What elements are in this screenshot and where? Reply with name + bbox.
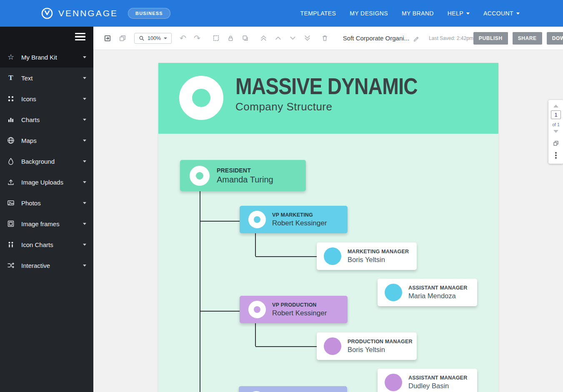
nav-templates[interactable]: TEMPLATES xyxy=(300,10,336,17)
sidebar-item-background[interactable]: Background xyxy=(0,151,93,172)
sidebar-item-image-uploads[interactable]: Image Uploads xyxy=(0,172,93,192)
org-card-marketing-manager[interactable]: MARKETING MANAGER Boris Yeltsin xyxy=(317,242,417,270)
org-card-assistant-manager-1[interactable]: ASSISTANT MANAGER Maria Mendoza xyxy=(378,279,477,306)
page-number-input[interactable]: 1 xyxy=(551,110,561,119)
chevron-down-icon xyxy=(83,202,86,204)
nav-account-label: ACCOUNT xyxy=(483,10,513,17)
more-options-icon[interactable] xyxy=(555,152,557,159)
business-badge[interactable]: BUSINESS xyxy=(128,8,170,19)
layers-icon[interactable] xyxy=(117,33,128,44)
droplet-icon xyxy=(5,157,16,165)
design-subtitle[interactable]: Company Structure xyxy=(235,100,450,113)
connector-line xyxy=(255,346,317,347)
role-label: MARKETING MANAGER xyxy=(348,249,409,255)
role-label: PRODUCTION MANAGER xyxy=(348,339,413,345)
bring-to-front-icon[interactable] xyxy=(258,33,269,43)
person-name: Robert Kessinger xyxy=(272,219,327,227)
pictogram-icon xyxy=(5,241,16,248)
magnifier-icon xyxy=(139,35,145,41)
duplicate-page-icon[interactable] xyxy=(553,140,559,147)
previous-page-icon[interactable] xyxy=(553,105,558,107)
sidebar-header xyxy=(0,27,93,47)
caret-down-icon xyxy=(466,12,470,15)
nav-my-brand[interactable]: MY BRAND xyxy=(402,10,434,17)
sidebar-item-icon-charts[interactable]: Icon Charts xyxy=(0,234,93,255)
menu-icon[interactable] xyxy=(75,33,85,41)
org-chart-body[interactable]: PRESIDENT Amanda Turing VP MARKETING Rob… xyxy=(158,134,498,392)
sidebar-item-photos[interactable]: Photos xyxy=(0,192,93,213)
chevron-down-icon xyxy=(83,265,86,267)
org-card-vp-production[interactable]: VP PRODUCTION Robert Kessinger xyxy=(240,296,348,323)
person-name: Boris Yeltsin xyxy=(348,346,413,354)
sidebar-item-charts[interactable]: Charts xyxy=(0,109,93,130)
donut-icon xyxy=(248,301,266,318)
nav-my-designs[interactable]: MY DESIGNS xyxy=(350,10,388,17)
chevron-down-icon xyxy=(83,140,86,142)
connector-line xyxy=(200,221,240,222)
sidebar-item-image-frames[interactable]: Image frames xyxy=(0,213,93,234)
org-card-president[interactable]: PRESIDENT Amanda Turing xyxy=(180,160,306,191)
sidebar-item-label: Background xyxy=(21,158,55,165)
person-name: Boris Yeltsin xyxy=(348,256,409,264)
top-nav: TEMPLATES MY DESIGNS MY BRAND HELP ACCOU… xyxy=(300,10,520,17)
edit-title-icon[interactable] xyxy=(411,33,421,43)
lock-icon[interactable] xyxy=(225,33,236,43)
shuffle-icon xyxy=(5,262,16,269)
share-button[interactable]: SHARE xyxy=(513,32,542,45)
org-card-assistant-manager-2[interactable]: ASSISTANT MANAGER Dudley Basin xyxy=(378,369,477,392)
person-name: Robert Kessinger xyxy=(272,309,327,317)
page-resize-icon[interactable] xyxy=(102,33,113,44)
canvas-area[interactable]: MASSIVE DYNAMIC Company Structure PRESID… xyxy=(93,50,563,392)
globe-icon xyxy=(5,137,16,144)
sidebar-item-label: Icon Charts xyxy=(21,241,53,248)
caret-down-icon xyxy=(164,37,167,39)
design-header[interactable]: MASSIVE DYNAMIC Company Structure xyxy=(158,63,498,134)
send-to-back-icon[interactable] xyxy=(302,33,313,43)
venngage-logo-icon[interactable] xyxy=(41,7,53,20)
redo-icon[interactable]: ↷ xyxy=(192,32,202,44)
chevron-down-icon xyxy=(83,98,86,100)
person-name: Dudley Basin xyxy=(408,382,467,390)
send-backward-icon[interactable] xyxy=(288,33,298,43)
company-logo-donut-icon[interactable] xyxy=(179,76,223,120)
role-label: PRESIDENT xyxy=(217,167,273,174)
sidebar-item-label: Text xyxy=(21,75,33,82)
nav-help[interactable]: HELP xyxy=(448,10,470,17)
chevron-down-icon xyxy=(83,181,86,183)
sidebar-item-maps[interactable]: Maps xyxy=(0,130,93,151)
circle-icon xyxy=(324,337,341,355)
marquee-select-icon[interactable] xyxy=(211,33,221,43)
sidebar-item-icons[interactable]: Icons xyxy=(0,88,93,109)
toolbar-actions: PUBLISH SHARE DOWNLOAD SETTINGS xyxy=(473,32,563,45)
next-page-icon[interactable] xyxy=(553,130,558,133)
connector-line xyxy=(255,323,256,346)
bring-forward-icon[interactable] xyxy=(273,33,283,43)
editor-toolbar: 100% ↶ ↷ Soft Corporate Organi... Last S… xyxy=(93,27,563,50)
document-title[interactable]: Soft Corporate Organi... xyxy=(343,35,409,42)
company-title[interactable]: MASSIVE DYNAMIC xyxy=(235,74,418,99)
sidebar-item-my-brand-kit[interactable]: ☆ My Brand Kit xyxy=(0,47,93,67)
top-navigation-bar: VENNGAGE BUSINESS TEMPLATES MY DESIGNS M… xyxy=(0,0,563,27)
person-name: Amanda Turing xyxy=(217,175,273,185)
sidebar-item-interactive[interactable]: Interactive xyxy=(0,255,93,276)
org-card-production-manager[interactable]: PRODUCTION MANAGER Boris Yeltsin xyxy=(317,332,417,360)
undo-icon[interactable]: ↶ xyxy=(178,32,188,44)
frame-icon xyxy=(5,220,16,227)
org-card-vp-marketing[interactable]: VP MARKETING Robert Kessinger xyxy=(240,206,348,233)
role-label: ASSISTANT MANAGER xyxy=(408,375,467,381)
design-page[interactable]: MASSIVE DYNAMIC Company Structure PRESID… xyxy=(158,63,498,392)
chevron-down-icon xyxy=(83,77,86,79)
org-card-vp-sales[interactable]: VP SALES xyxy=(239,386,347,392)
nav-account[interactable]: ACCOUNT xyxy=(483,10,520,17)
trash-icon[interactable] xyxy=(320,33,330,43)
publish-button[interactable]: PUBLISH xyxy=(473,32,508,45)
sidebar-item-text[interactable]: T Text xyxy=(0,67,93,88)
circle-icon xyxy=(324,247,341,265)
download-button[interactable]: DOWNLOAD xyxy=(547,32,563,45)
caret-down-icon xyxy=(516,12,520,15)
zoom-control[interactable]: 100% xyxy=(134,33,172,44)
duplicate-icon[interactable] xyxy=(240,33,250,43)
icons-grid-icon xyxy=(5,95,16,102)
role-label: VP MARKETING xyxy=(272,212,327,218)
chevron-down-icon xyxy=(83,244,86,246)
